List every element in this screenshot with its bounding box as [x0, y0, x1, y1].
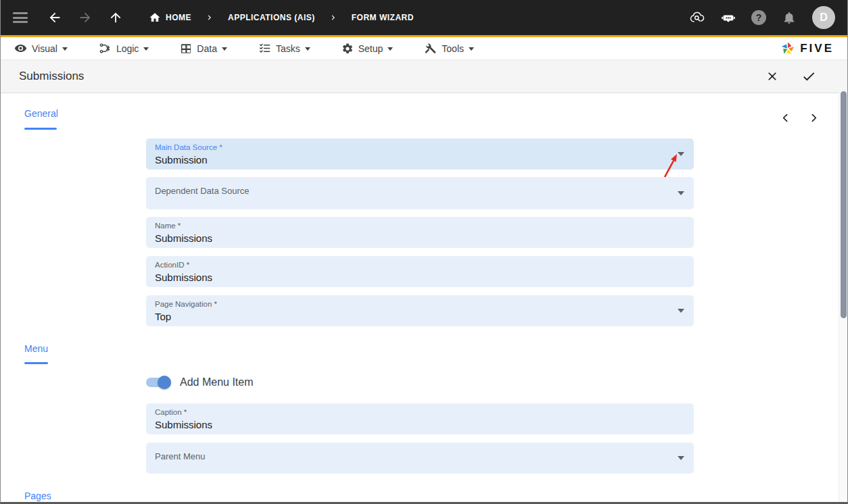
up-arrow-icon[interactable]	[108, 9, 124, 26]
field-label: Parent Menu	[155, 451, 205, 461]
chevron-right-icon	[329, 13, 338, 22]
tab-general-indicator	[24, 128, 57, 130]
brand-name: FIVE	[800, 42, 834, 55]
field-parent-menu[interactable]: Parent Menu	[146, 443, 694, 474]
menu-label: Logic	[116, 43, 139, 54]
toggle-label: Add Menu Item	[180, 376, 254, 388]
save-check-icon[interactable]	[801, 68, 817, 84]
field-caption[interactable]: Caption * Submissions	[146, 403, 694, 434]
dropdown-caret-icon[interactable]	[678, 152, 684, 156]
field-value: Submission	[155, 154, 208, 166]
menu-label: Data	[197, 43, 217, 54]
dropdown-caret-icon[interactable]	[678, 456, 684, 460]
caret-down-icon	[387, 47, 393, 51]
tasks-checklist-icon	[258, 42, 271, 55]
section-pages[interactable]: Pages	[24, 490, 51, 501]
chat-bot-icon[interactable]	[720, 9, 736, 26]
field-page-navigation[interactable]: Page Navigation * Top	[146, 295, 694, 326]
back-arrow-icon[interactable]	[47, 9, 63, 26]
menu-data[interactable]: Data	[180, 43, 227, 55]
caret-down-icon	[469, 47, 474, 51]
home-icon[interactable]	[149, 11, 161, 24]
page-title: Submissions	[19, 70, 84, 83]
menu-tools[interactable]: Tools	[424, 42, 474, 55]
menu-logic[interactable]: Logic	[99, 42, 149, 55]
hamburger-menu-icon[interactable]	[13, 12, 28, 23]
menu-bar: Visual Logic Data Tasks Setup Tools	[1, 37, 847, 59]
field-label: ActionID *	[155, 261, 189, 269]
caret-down-icon	[62, 47, 68, 51]
app-window: HOME APPLICATIONS (AIS) FORM WIZARD ? D	[0, 0, 848, 504]
tools-icon	[424, 42, 437, 55]
field-actionid[interactable]: ActionID * Submissions	[146, 256, 694, 287]
field-label: Caption *	[155, 408, 187, 416]
scrollbar-thumb[interactable]	[841, 91, 847, 318]
field-label: Page Navigation *	[155, 300, 217, 308]
menu-label: Setup	[358, 43, 383, 54]
field-value: Top	[155, 311, 171, 322]
cloud-search-icon[interactable]	[689, 9, 705, 26]
field-dependent-data-source[interactable]: Dependent Data Source	[146, 177, 694, 209]
top-navbar: HOME APPLICATIONS (AIS) FORM WIZARD ? D	[1, 0, 847, 35]
scrollbar-track[interactable]	[839, 91, 847, 502]
five-pinwheel-icon	[780, 41, 796, 57]
forward-arrow-icon[interactable]	[77, 9, 93, 26]
dropdown-caret-icon[interactable]	[678, 191, 684, 195]
tab-general[interactable]: General	[24, 108, 58, 119]
breadcrumb-home[interactable]: HOME	[166, 13, 191, 22]
menu-visual[interactable]: Visual	[14, 42, 68, 55]
menu-label: Tools	[442, 43, 464, 54]
breadcrumb: HOME APPLICATIONS (AIS) FORM WIZARD	[149, 11, 414, 24]
add-menu-item-row: Add Menu Item	[146, 376, 254, 388]
field-value: Submissions	[155, 232, 212, 244]
field-label: Main Data Source *	[155, 143, 222, 151]
form-title-bar: Submissions	[1, 59, 847, 93]
field-name[interactable]: Name * Submissions	[146, 217, 694, 248]
toggle-thumb[interactable]	[158, 376, 171, 389]
section-menu[interactable]: Menu	[24, 343, 48, 354]
eye-icon	[14, 42, 27, 55]
add-menu-item-toggle[interactable]	[146, 378, 169, 387]
help-icon[interactable]: ?	[751, 10, 766, 25]
chevron-right-icon	[205, 13, 214, 22]
caret-down-icon	[222, 47, 227, 51]
menu-label: Visual	[32, 43, 57, 54]
breadcrumb-applications[interactable]: APPLICATIONS (AIS)	[228, 13, 315, 22]
field-label: Name *	[155, 222, 181, 230]
form-content: General Main Data Source * Submission De…	[1, 93, 847, 504]
five-logo: FIVE	[780, 41, 834, 57]
caret-down-icon	[143, 47, 149, 51]
notifications-bell-icon[interactable]	[781, 9, 797, 26]
section-menu-indicator	[24, 362, 48, 364]
data-table-icon	[180, 43, 192, 55]
next-record-icon[interactable]	[805, 109, 822, 126]
prev-record-icon[interactable]	[777, 109, 793, 126]
menu-setup[interactable]: Setup	[341, 43, 394, 55]
cancel-close-icon[interactable]	[764, 68, 780, 84]
field-label: Dependent Data Source	[155, 186, 249, 196]
caret-down-icon	[305, 47, 310, 51]
dropdown-caret-icon[interactable]	[678, 309, 684, 313]
field-main-data-source[interactable]: Main Data Source * Submission	[146, 138, 694, 170]
field-value: Submissions	[155, 419, 212, 430]
menu-tasks[interactable]: Tasks	[258, 42, 310, 55]
breadcrumb-form-wizard[interactable]: FORM WIZARD	[352, 13, 414, 22]
user-avatar[interactable]: D	[812, 6, 835, 29]
menu-label: Tasks	[276, 43, 300, 54]
field-value: Submissions	[155, 272, 212, 283]
logic-flow-icon	[99, 42, 112, 55]
gear-icon	[341, 43, 354, 55]
